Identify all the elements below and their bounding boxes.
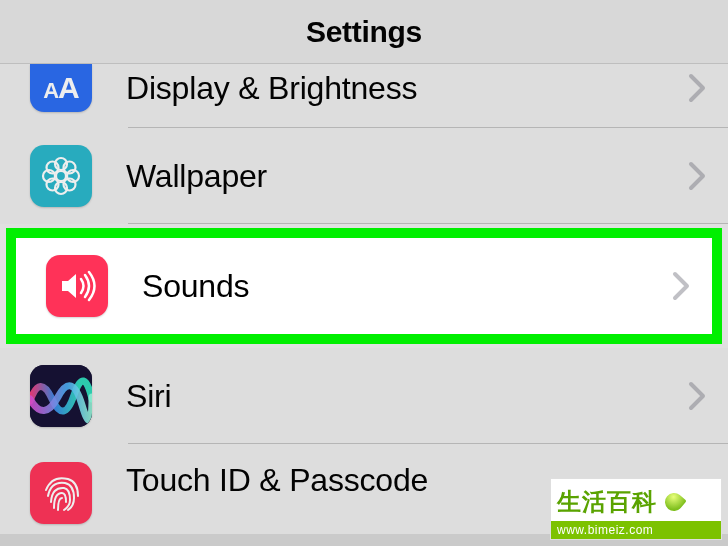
chevron-right-icon <box>672 271 690 301</box>
row-label: Sounds <box>142 268 672 305</box>
navigation-bar: Settings <box>0 0 728 64</box>
leaf-icon <box>661 489 686 514</box>
watermark-url: www.bimeiz.com <box>551 521 721 539</box>
settings-list: AA Display & Brightness <box>0 64 728 534</box>
chevron-right-icon <box>688 381 706 411</box>
highlight-box: Sounds <box>6 228 722 344</box>
siri-wave-icon <box>30 365 92 427</box>
row-label: Display & Brightness <box>126 70 688 107</box>
display-text-size-icon: AA <box>30 64 92 112</box>
wallpaper-flower-icon <box>30 145 92 207</box>
page-title: Settings <box>306 15 422 49</box>
chevron-right-icon <box>688 73 706 103</box>
list-item-wallpaper[interactable]: Wallpaper <box>0 128 728 224</box>
list-item-siri[interactable]: Siri <box>0 348 728 444</box>
speaker-icon <box>46 255 108 317</box>
list-item-display-brightness[interactable]: AA Display & Brightness <box>0 64 728 128</box>
row-label: Siri <box>126 378 688 415</box>
watermark-badge: 生活百科 www.bimeiz.com <box>550 478 722 540</box>
list-item-sounds[interactable]: Sounds <box>16 238 712 334</box>
fingerprint-icon <box>30 462 92 524</box>
row-label: Wallpaper <box>126 158 688 195</box>
chevron-right-icon <box>688 161 706 191</box>
watermark-text: 生活百科 <box>557 486 657 518</box>
